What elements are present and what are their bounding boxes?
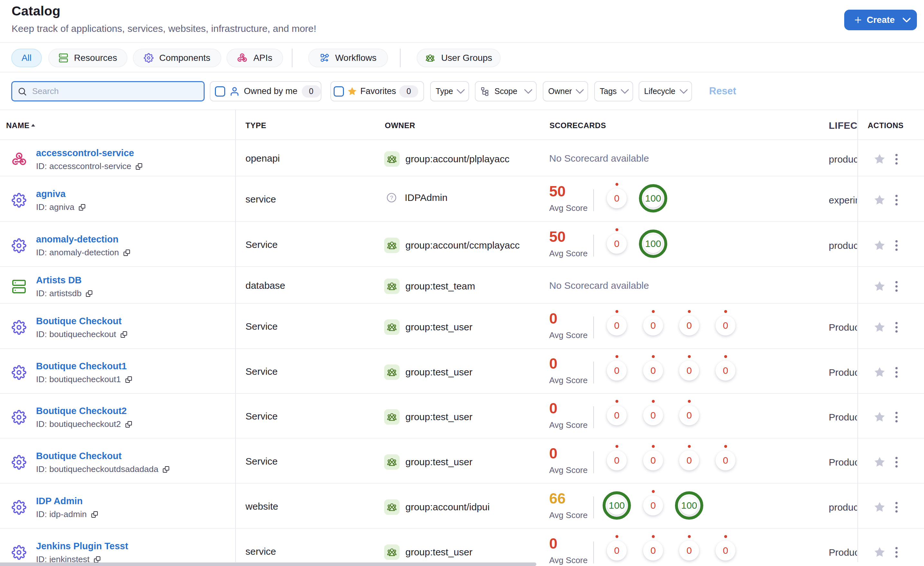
svg-text:?: ? (390, 194, 393, 201)
